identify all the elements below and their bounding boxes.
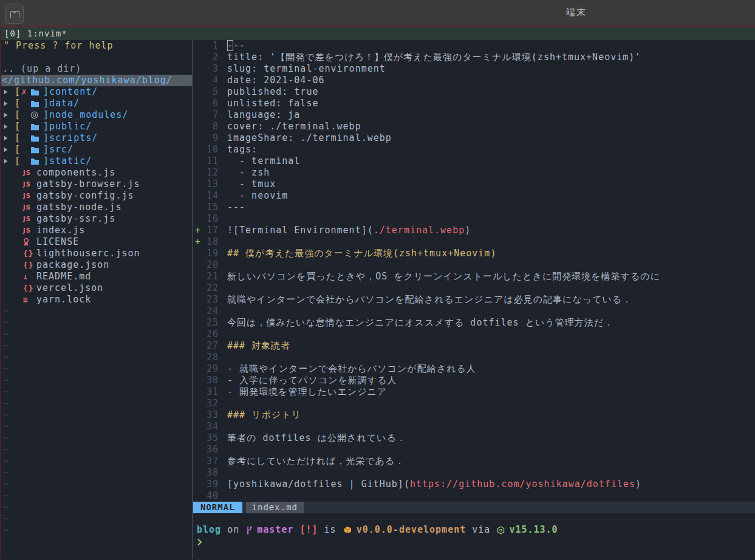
editor-line[interactable]: 5published: true: [193, 86, 755, 98]
tree-row[interactable]: {}vercel.json: [1, 282, 192, 294]
editor-line[interactable]: 25今回は，僕みたいな怠惰なエンジニアにオススメする dotfiles という管…: [193, 317, 755, 329]
window-titlebar: + 端末: [0, 0, 755, 27]
editor-line[interactable]: 7language: ja: [193, 109, 755, 121]
line-number: 36: [203, 444, 219, 456]
editor-line[interactable]: 19## 僕が考えた最強のターミナル環境(zsh+tmux+Neovim): [193, 248, 755, 259]
empty-buffer-line: ~: [1, 409, 192, 421]
editor-line[interactable]: 3slug: terminal-environment: [193, 63, 755, 75]
tree-row[interactable]: JSindex.js: [1, 225, 192, 236]
editor-line[interactable]: 31- 開発環境を管理したいエンジニア: [193, 386, 755, 398]
dir-name: ]public/: [43, 121, 92, 132]
editor-line[interactable]: 2title: '【開発で差をつけろ！】僕が考えた最強のターミナル環境(zsh+…: [193, 52, 755, 63]
shell-area[interactable]: blog on master [!] is v0.0.0-development…: [193, 513, 755, 548]
git-branch-icon: [246, 525, 253, 534]
tree-row[interactable]: {}lighthouserc.json: [1, 248, 192, 259]
file-name: gatsby-ssr.js: [36, 213, 115, 225]
sign-column: [193, 86, 203, 98]
sign-column: [193, 109, 203, 121]
line-number: 12: [203, 167, 219, 179]
sign-column: [193, 421, 203, 432]
tree-row[interactable]: []public/: [1, 121, 192, 132]
file-name: README.md: [36, 271, 91, 282]
tree-row[interactable]: []data/: [1, 98, 192, 109]
editor-line[interactable]: 12 - zsh: [193, 167, 755, 179]
tree-row[interactable]: JSgatsby-config.js: [1, 190, 192, 202]
tree-row[interactable]: ↓README.md: [1, 271, 192, 282]
sign-column: [193, 259, 203, 271]
editor-line[interactable]: 9imageShare: ./terminal.webp: [193, 132, 755, 144]
sign-column: [193, 352, 203, 363]
editor-line[interactable]: 22: [193, 282, 755, 294]
new-tab-button[interactable]: +: [5, 4, 24, 24]
tree-row[interactable]: JSgatsby-ssr.js: [1, 213, 192, 225]
editor-line[interactable]: 20: [193, 259, 755, 271]
tree-row[interactable]: JScomponents.js: [1, 167, 192, 179]
tree-row[interactable]: ≡yarn.lock: [1, 294, 192, 306]
line-number: 26: [203, 329, 219, 340]
empty-buffer-line: ~: [1, 386, 192, 398]
sign-column: [193, 490, 203, 502]
editor-line[interactable]: 38: [193, 467, 755, 479]
editor-line[interactable]: 29- 就職やインターンで会社からパソコンが配給される人: [193, 363, 755, 375]
sign-column: [193, 155, 203, 167]
line-text: published: true: [227, 86, 755, 98]
editor-line[interactable]: 21新しいパソコンを買ったときや，OS をクリーンインストールしたときに開発環境…: [193, 271, 755, 282]
editor-line[interactable]: +17![Terminal Environment](./terminal.we…: [193, 225, 755, 236]
tree-row[interactable]: []node_modules/: [1, 109, 192, 121]
editor-line[interactable]: 6unlisted: false: [193, 98, 755, 109]
editor-line[interactable]: 16: [193, 213, 755, 225]
sign-column: [193, 282, 203, 294]
line-number: 20: [203, 259, 219, 271]
editor-line[interactable]: 1---: [193, 40, 755, 52]
editor-line[interactable]: 4date: 2021-04-06: [193, 75, 755, 86]
line-text: ### 対象読者: [227, 340, 755, 352]
json-file-icon: {}: [23, 282, 34, 294]
editor-line[interactable]: 13 - tmux: [193, 179, 755, 190]
editor-line[interactable]: 39[yoshikawa/dotfiles | GitHub](https://…: [193, 479, 755, 490]
editor-line[interactable]: 35筆者の dotfiles は公開されている．: [193, 432, 755, 444]
line-text: [227, 352, 755, 363]
editor-line[interactable]: 11 - terminal: [193, 155, 755, 167]
tree-root-path[interactable]: </github.com/yoshikawa/blog/: [1, 75, 192, 86]
empty-buffer-line: ~: [1, 306, 192, 317]
tree-row[interactable]: JSgatsby-node.js: [1, 202, 192, 213]
editor-line[interactable]: 33### リポジトリ: [193, 409, 755, 421]
npm-icon: [30, 111, 38, 119]
tree-row[interactable]: []static/: [1, 155, 192, 167]
git-added-sign: +: [193, 236, 203, 248]
line-number: 6: [203, 98, 219, 109]
editor-line[interactable]: 27### 対象読者: [193, 340, 755, 352]
line-text: language: ja: [227, 109, 755, 121]
line-number: 15: [203, 202, 219, 213]
sign-column: [193, 271, 203, 282]
folder-icon: [30, 89, 39, 96]
editor-line[interactable]: 32: [193, 398, 755, 409]
editor-line[interactable]: 15---: [193, 202, 755, 213]
editor-line[interactable]: 23就職やインターンで会社からパソコンを配給されるエンジニアは必見の記事になって…: [193, 294, 755, 306]
editor-line[interactable]: 34: [193, 421, 755, 432]
tree-row[interactable]: []scripts/: [1, 132, 192, 144]
editor-line[interactable]: 14 - neovim: [193, 190, 755, 202]
editor-line[interactable]: 40: [193, 490, 755, 502]
empty-buffer-line: ~: [1, 329, 192, 340]
editor-line[interactable]: 36: [193, 444, 755, 456]
tree-row[interactable]: [✗]content/: [1, 86, 192, 98]
editor-line[interactable]: 8cover: ./terminal.webp: [193, 121, 755, 132]
line-text: - zsh: [227, 167, 755, 179]
editor-line[interactable]: 37参考にしていただければ，光栄である．: [193, 456, 755, 467]
file-name: gatsby-config.js: [36, 190, 134, 202]
editor-line[interactable]: +18: [193, 236, 755, 248]
tree-row[interactable]: []src/: [1, 144, 192, 155]
editor-line[interactable]: 26: [193, 329, 755, 340]
line-text: 筆者の dotfiles は公開されている．: [227, 432, 755, 444]
tree-row[interactable]: {}package.json: [1, 259, 192, 271]
line-text: - terminal: [227, 155, 755, 167]
editor-line[interactable]: 10tags:: [193, 144, 755, 155]
sign-column: [193, 340, 203, 352]
editor-line[interactable]: 24: [193, 306, 755, 317]
modified-flag-icon: ✗: [21, 86, 30, 98]
tree-row[interactable]: JSgatsby-browser.js: [1, 179, 192, 190]
editor-line[interactable]: 28: [193, 352, 755, 363]
editor-line[interactable]: 30- 入学に伴ってパソコンを新調する人: [193, 375, 755, 386]
tree-row[interactable]: LICENSE: [1, 236, 192, 248]
